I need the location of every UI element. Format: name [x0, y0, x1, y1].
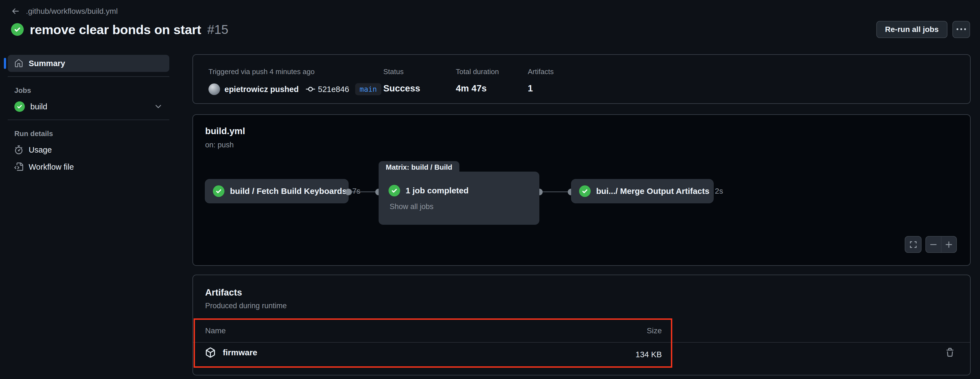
- duration-column: Total duration 4m 47s: [456, 68, 528, 94]
- artifact-name[interactable]: firmware: [223, 348, 257, 357]
- jobs-section-header: Jobs: [14, 86, 169, 95]
- sidebar-item-label: Workflow file: [29, 162, 74, 171]
- column-header-size: Size: [579, 327, 662, 335]
- dash-icon: [929, 241, 937, 249]
- run-number: #15: [207, 22, 228, 37]
- duration-label: Total duration: [456, 68, 528, 76]
- job-node-merge-output-artifacts[interactable]: bui.../ Merge Output Artifacts 2s: [571, 179, 714, 203]
- sidebar-item-label: Summary: [29, 59, 65, 68]
- breadcrumb[interactable]: .github/workflows/build.yml: [11, 5, 970, 17]
- duration-value: 4m 47s: [456, 83, 528, 94]
- sidebar-item-workflow-file[interactable]: Workflow file: [8, 159, 169, 176]
- plus-icon: [945, 241, 953, 249]
- column-header-name: Name: [205, 327, 226, 335]
- job-node-fetch-build-keyboards[interactable]: build / Fetch Build Keyboards 7s: [205, 179, 348, 203]
- sidebar-item-label: Usage: [29, 146, 52, 154]
- check-circle-icon: [388, 185, 400, 197]
- workflow-file-title: build.yml: [205, 126, 245, 136]
- branch-badge[interactable]: main: [355, 83, 381, 95]
- commit-sha[interactable]: 521e846: [318, 85, 349, 94]
- header-actions: Re-run all jobs: [876, 21, 970, 38]
- job-label: build: [30, 102, 47, 111]
- commit-row: epietrowicz pushed 521e846 main: [208, 83, 383, 95]
- job-node-duration: 7s: [352, 187, 360, 195]
- check-circle-icon: [579, 186, 591, 197]
- check-circle-icon: [213, 186, 224, 197]
- artifacts-panel: Artifacts Produced during runtime Name S…: [192, 274, 970, 376]
- run-summary-panel: Triggered via push 4 minutes ago epietro…: [192, 54, 970, 104]
- status-value: Success: [383, 83, 456, 94]
- selected-accent-bar: [4, 58, 6, 69]
- commit-link[interactable]: 521e846: [306, 84, 349, 94]
- job-node-duration: 2s: [715, 187, 723, 195]
- trash-icon[interactable]: [945, 348, 955, 357]
- page-title: remove clear bonds on start: [30, 22, 201, 37]
- zoom-out-button[interactable]: [925, 236, 942, 253]
- artifact-size: 134 KB: [579, 350, 662, 359]
- breadcrumb-label[interactable]: .github/workflows/build.yml: [26, 7, 118, 16]
- arrow-left-icon[interactable]: [11, 7, 20, 16]
- topbar: .github/workflows/build.yml remove clear…: [11, 5, 970, 38]
- rerun-all-jobs-button[interactable]: Re-run all jobs: [876, 21, 947, 38]
- kebab-menu-button[interactable]: [953, 21, 970, 38]
- matrix-summary-label: 1 job completed: [406, 186, 468, 195]
- status-column: Status Success: [383, 68, 456, 94]
- artifacts-subtitle: Produced during runtime: [205, 301, 287, 310]
- stopwatch-icon: [14, 146, 23, 154]
- sidebar: Summary Jobs build Run details Usage Wor…: [4, 55, 169, 176]
- workflow-graph-panel: build.yml on: push build / Fetch Build K…: [192, 114, 970, 266]
- chevron-down-icon[interactable]: [154, 102, 163, 111]
- run-details-section-header: Run details: [14, 130, 169, 138]
- fullscreen-button[interactable]: [905, 236, 921, 253]
- status-label: Status: [383, 68, 456, 76]
- triggered-label: Triggered via push 4 minutes ago: [208, 68, 383, 76]
- sidebar-item-summary[interactable]: Summary: [8, 55, 169, 72]
- connector-dot: [345, 189, 352, 195]
- git-commit-icon: [306, 84, 315, 94]
- artifacts-label: Artifacts: [528, 68, 600, 76]
- artifacts-count-column: Artifacts 1: [528, 68, 600, 94]
- table-divider: [193, 342, 970, 343]
- kebab-horizontal-icon: [956, 25, 966, 34]
- avatar[interactable]: [208, 84, 220, 95]
- annotation-highlight-box: [194, 319, 672, 368]
- trigger-column: Triggered via push 4 minutes ago epietro…: [208, 68, 383, 95]
- sidebar-item-usage[interactable]: Usage: [8, 141, 169, 159]
- workflow-trigger: on: push: [205, 141, 234, 149]
- matrix-group-box: 1 job completed Show all jobs: [379, 171, 539, 225]
- actor-pushed-text[interactable]: epietrowicz pushed: [224, 85, 299, 94]
- sidebar-item-job-build[interactable]: build: [8, 98, 169, 115]
- check-circle-icon: [11, 23, 24, 36]
- artifacts-title: Artifacts: [205, 287, 242, 298]
- home-icon: [14, 59, 23, 68]
- job-node-label: build / Fetch Build Keyboards: [230, 187, 347, 196]
- matrix-jobs-summary[interactable]: 1 job completed: [388, 185, 468, 197]
- matrix-tab-label: Matrix: build / Build: [386, 163, 452, 171]
- title-row: remove clear bonds on start #15 Re-run a…: [11, 21, 970, 38]
- file-code-icon: [14, 162, 23, 171]
- graph-edge: [539, 192, 571, 192]
- artifact-row-firmware[interactable]: firmware: [205, 347, 257, 358]
- sidebar-divider: [8, 119, 169, 120]
- artifacts-count: 1: [528, 83, 600, 94]
- package-icon: [205, 347, 216, 358]
- job-node-label: bui.../ Merge Output Artifacts: [596, 187, 710, 196]
- zoom-controls: [925, 236, 957, 253]
- screen-full-icon: [909, 240, 918, 249]
- graph-edge: [348, 192, 379, 192]
- check-circle-icon: [14, 101, 25, 112]
- sidebar-divider: [8, 76, 169, 77]
- zoom-in-button[interactable]: [942, 236, 957, 253]
- show-all-jobs-link[interactable]: Show all jobs: [390, 203, 433, 211]
